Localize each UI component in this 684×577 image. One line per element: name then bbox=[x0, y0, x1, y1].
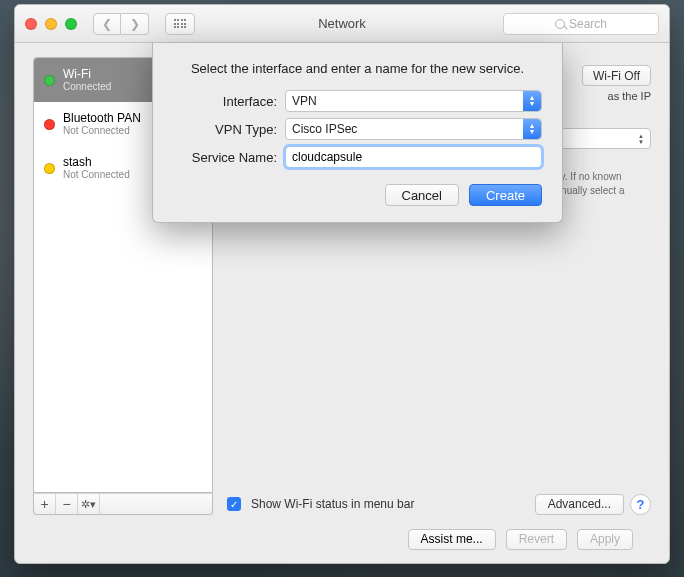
new-service-sheet: Select the interface and enter a name fo… bbox=[152, 43, 563, 223]
zoom-icon[interactable] bbox=[65, 18, 77, 30]
service-name: Wi-Fi bbox=[63, 67, 111, 81]
remove-service-button[interactable]: − bbox=[56, 494, 78, 514]
nav-buttons: ❮ ❯ bbox=[93, 13, 149, 35]
service-status: Not Connected bbox=[63, 125, 141, 137]
show-all-button[interactable] bbox=[165, 13, 195, 35]
service-name-label: Service Name: bbox=[173, 150, 277, 165]
gear-icon: ✲▾ bbox=[81, 498, 96, 511]
service-name: Bluetooth PAN bbox=[63, 111, 141, 125]
search-icon bbox=[555, 19, 565, 29]
close-icon[interactable] bbox=[25, 18, 37, 30]
search-input[interactable]: Search bbox=[503, 13, 659, 35]
service-status: Not Connected bbox=[63, 169, 130, 181]
traffic-lights bbox=[25, 18, 77, 30]
back-button[interactable]: ❮ bbox=[93, 13, 121, 35]
advanced-button[interactable]: Advanced... bbox=[535, 494, 624, 515]
service-name: stash bbox=[63, 155, 130, 169]
revert-button[interactable]: Revert bbox=[506, 529, 567, 550]
service-name-input[interactable] bbox=[285, 146, 542, 168]
interface-value: VPN bbox=[292, 94, 317, 108]
show-status-label: Show Wi-Fi status in menu bar bbox=[251, 497, 529, 511]
add-service-button[interactable]: + bbox=[34, 494, 56, 514]
interface-label: Interface: bbox=[173, 94, 277, 109]
help-button[interactable]: ? bbox=[630, 494, 651, 515]
chevron-updown-icon: ▲▼ bbox=[523, 91, 541, 111]
assist-me-button[interactable]: Assist me... bbox=[408, 529, 496, 550]
service-status: Connected bbox=[63, 81, 111, 93]
vpn-type-value: Cisco IPSec bbox=[292, 122, 357, 136]
titlebar: ❮ ❯ Network Search bbox=[15, 5, 669, 43]
service-actions-button[interactable]: ✲▾ bbox=[78, 494, 100, 514]
sheet-prompt: Select the interface and enter a name fo… bbox=[173, 61, 542, 76]
chevron-updown-icon: ▲▼ bbox=[523, 119, 541, 139]
vpn-type-select[interactable]: Cisco IPSec ▲▼ bbox=[285, 118, 542, 140]
forward-button[interactable]: ❯ bbox=[121, 13, 149, 35]
status-dot-icon bbox=[44, 163, 55, 174]
create-button[interactable]: Create bbox=[469, 184, 542, 206]
chevron-updown-icon: ▲▼ bbox=[633, 130, 649, 147]
footer-bar: Assist me... Revert Apply bbox=[33, 515, 651, 563]
detail-bottom-bar: ✓ Show Wi-Fi status in menu bar Advanced… bbox=[227, 493, 651, 515]
status-dot-icon bbox=[44, 75, 55, 86]
cancel-button[interactable]: Cancel bbox=[385, 184, 459, 206]
status-dot-icon bbox=[44, 119, 55, 130]
interface-select[interactable]: VPN ▲▼ bbox=[285, 90, 542, 112]
vpn-type-label: VPN Type: bbox=[173, 122, 277, 137]
window-title: Network bbox=[318, 16, 366, 31]
apply-button[interactable]: Apply bbox=[577, 529, 633, 550]
grid-icon bbox=[174, 19, 187, 28]
search-placeholder: Search bbox=[569, 17, 607, 31]
network-preferences-window: ❮ ❯ Network Search Wi-Fi Connected bbox=[14, 4, 670, 564]
minimize-icon[interactable] bbox=[45, 18, 57, 30]
wifi-toggle-button[interactable]: Wi-Fi Off bbox=[582, 65, 651, 86]
show-status-checkbox[interactable]: ✓ bbox=[227, 497, 241, 511]
sidebar-footer: + − ✲▾ bbox=[33, 493, 213, 515]
